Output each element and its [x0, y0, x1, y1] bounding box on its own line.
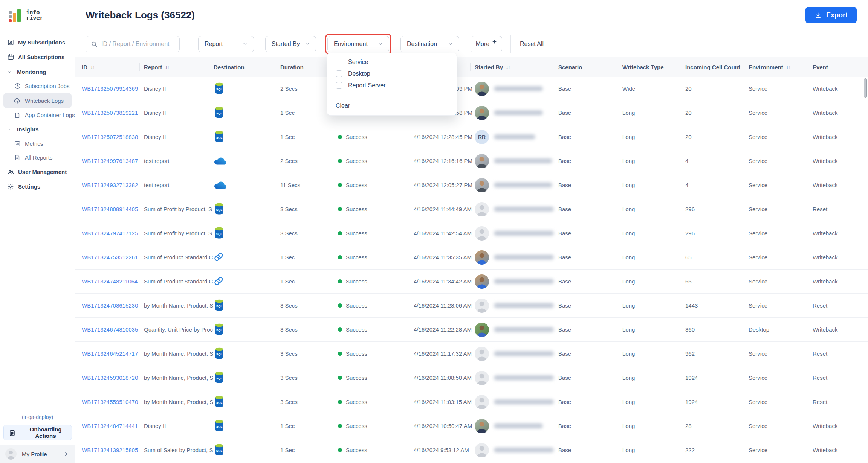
vertical-scrollbar[interactable] [864, 78, 867, 461]
sort-arrows-icon[interactable]: ↓↑ [90, 64, 95, 70]
column-label: Started By [475, 64, 503, 70]
option-label: Service [348, 59, 368, 65]
onboarding-actions-button[interactable]: Onboarding Actions [3, 425, 72, 440]
environment-dropdown-menu: ServiceDesktopReport Server Clear [327, 53, 457, 116]
environment-filter-dropdown[interactable]: Environment [327, 36, 389, 52]
environment-option-report-server[interactable]: Report Server [327, 79, 457, 91]
log-id-link[interactable]: WB171324645214717 [82, 350, 144, 357]
sidebar-nav: My SubscriptionsAll SubscriptionsMonitor… [0, 30, 75, 194]
sidebar-item-app-container-logs[interactable]: App Container Logs [0, 108, 75, 122]
filter-dropdown-holder: Started By [265, 36, 316, 52]
search-input[interactable] [101, 41, 175, 47]
incoming-cell-count-cell: 1924 [685, 375, 749, 381]
log-id-link[interactable]: WB171324593018720 [82, 375, 144, 381]
sort-arrows-icon[interactable]: ↓↑ [165, 64, 169, 70]
success-dot-icon [338, 135, 342, 139]
more-filters-button[interactable]: More [471, 36, 502, 52]
log-id-link[interactable]: WB171324748211064 [82, 278, 144, 285]
incoming-cell-count-cell: 4 [685, 182, 749, 188]
column-label: Destination [214, 64, 245, 70]
export-button[interactable]: Export [805, 7, 857, 23]
svg-text:SQL: SQL [216, 401, 223, 404]
sidebar-item-all-subscriptions[interactable]: All Subscriptions [0, 50, 75, 64]
column-header-report[interactable]: Report↓↑ [144, 57, 214, 77]
checkbox[interactable] [336, 70, 342, 77]
column-header-incoming-cell-count: Incoming Cell Count [685, 57, 749, 77]
user-name-blurred [494, 207, 554, 212]
sidebar-item-all-reports[interactable]: All Reports [0, 151, 75, 164]
log-id-link[interactable]: WB171324484714441 [82, 423, 144, 429]
column-header-environment[interactable]: Environment↓↑ [749, 57, 813, 77]
link-icon [214, 276, 224, 286]
table-row: WB171324593018720by Month Name, Product,… [75, 366, 868, 390]
writeback-type-cell: Long [622, 302, 685, 309]
table-row: WB171325079914369Disney IISQL2 SecsSucce… [75, 77, 868, 101]
log-id-link[interactable]: WB171324753512261 [82, 254, 144, 260]
scenario-cell: Base [558, 350, 622, 357]
incoming-cell-count-cell: 360 [685, 326, 749, 333]
log-id-link[interactable]: WB171324997613487 [82, 158, 144, 164]
clear-filter-button[interactable]: Clear [327, 96, 457, 115]
reset-all-button[interactable]: Reset All [520, 41, 544, 47]
scrollbar-thumb[interactable] [864, 78, 867, 98]
started-by-cell [475, 395, 558, 409]
sql-database-icon: SQL [214, 371, 225, 384]
environment-option-service[interactable]: Service [327, 56, 457, 68]
log-id-link[interactable]: WB171325073819221 [82, 110, 144, 116]
destination-cell: SQL [214, 82, 280, 96]
column-header-started-by[interactable]: Started By↓↑ [475, 57, 558, 77]
writeback-type-cell: Long [622, 447, 685, 453]
sidebar-item-settings[interactable]: Settings [0, 179, 75, 194]
report-name: Sum of Sales by Product, S [144, 447, 214, 453]
log-id-link[interactable]: WB171324674810035 [82, 326, 144, 333]
sidebar-item-metrics[interactable]: Metrics [0, 137, 75, 151]
log-id-link[interactable]: WB171325079914369 [82, 85, 144, 92]
sort-arrows-icon[interactable]: ↓↑ [506, 64, 510, 70]
sidebar-item-monitoring[interactable]: Monitoring [0, 64, 75, 79]
app-logo: inforiver [0, 0, 75, 30]
log-id-link[interactable]: WB171324932713382 [82, 182, 144, 188]
log-id-link[interactable]: WB171324797417125 [82, 230, 144, 236]
status-cell: Success [338, 302, 414, 309]
checkbox[interactable] [336, 59, 342, 65]
sidebar-item-subscription-jobs[interactable]: Subscription Jobs [0, 79, 75, 93]
report-filter-dropdown[interactable]: Report [198, 36, 254, 52]
environment-option-desktop[interactable]: Desktop [327, 68, 457, 79]
column-label: Duration [280, 64, 304, 70]
writeback-type-cell: Long [622, 399, 685, 405]
started-by-cell: RR [475, 130, 558, 144]
sidebar-item-writeback-logs[interactable]: Writeback Logs [3, 93, 72, 108]
sidebar-item-user-management[interactable]: User Management [0, 164, 75, 179]
started-on-cell: 4/16/2024 11:35:35 AM [414, 254, 475, 260]
incoming-cell-count-cell: 1443 [685, 302, 749, 309]
started-on-cell: 4/16/2024 11:44:49 AM [414, 206, 475, 212]
my-profile-button[interactable]: My Profile [0, 445, 75, 463]
sidebar-item-insights[interactable]: Insights [0, 122, 75, 137]
svg-text:SQL: SQL [216, 111, 223, 115]
event-cell: Writeback [813, 158, 868, 164]
checkbox[interactable] [336, 82, 342, 89]
sidebar-bottom: (ir-qa-deploy) Onboarding Actions My Pro… [0, 409, 75, 463]
table-row: WB171324808914405Sum of Profit by Produc… [75, 197, 868, 221]
sort-arrows-icon[interactable]: ↓↑ [786, 64, 790, 70]
sidebar-item-label: Monitoring [17, 69, 46, 75]
log-id-link[interactable]: WB171324139215805 [82, 447, 144, 453]
file-icon [14, 111, 21, 119]
sql-database-icon: SQL [214, 323, 225, 335]
status-cell: Success [338, 158, 414, 164]
log-id-link[interactable]: WB171324708615230 [82, 302, 144, 309]
log-id-link[interactable]: WB171324559510470 [82, 399, 144, 405]
scenario-cell: Base [558, 447, 622, 453]
event-cell: Reset [813, 399, 868, 405]
started-by-cell [475, 178, 558, 192]
started-by-filter-dropdown[interactable]: Started By [265, 36, 316, 52]
column-header-id[interactable]: ID↓↑ [82, 57, 144, 77]
search-box[interactable] [86, 36, 180, 52]
log-id-link[interactable]: WB171325072518838 [82, 134, 144, 140]
user-name-blurred [494, 134, 535, 139]
sidebar-item-my-subscriptions[interactable]: My Subscriptions [0, 35, 75, 50]
incoming-cell-count-cell: 20 [685, 110, 749, 116]
log-id-link[interactable]: WB171324808914405 [82, 206, 144, 212]
avatar-initials: RR [475, 130, 489, 144]
destination-filter-dropdown[interactable]: Destination [400, 36, 459, 52]
